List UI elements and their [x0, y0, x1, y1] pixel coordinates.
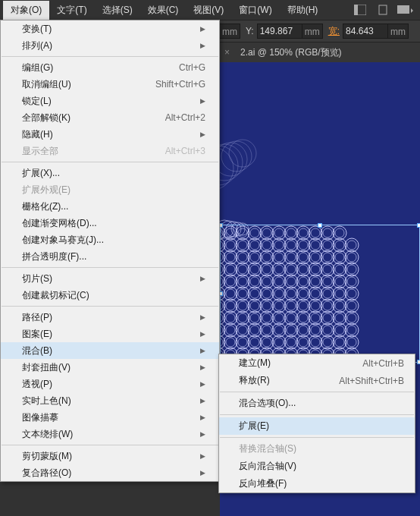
- blend-menu-item-0[interactable]: 建立(M)Alt+Ctrl+B: [219, 354, 415, 372]
- blend-submenu: 建立(M)Alt+Ctrl+B释放(R)Alt+Shift+Ctrl+B混合选项…: [218, 354, 415, 493]
- svg-rect-1: [354, 5, 358, 15]
- object-menu-item-15[interactable]: 拼合透明度(F)...: [1, 248, 219, 265]
- object-menu-item-24[interactable]: 透视(P): [1, 376, 219, 392]
- w-field: 宽: mm: [325, 23, 409, 39]
- layout-icon[interactable]: [351, 2, 369, 17]
- object-menu-item-27[interactable]: 文本绕排(W): [1, 426, 219, 442]
- menu-effect[interactable]: 效果(C): [140, 1, 186, 20]
- object-menu-item-22[interactable]: 混合(B): [1, 342, 219, 359]
- handle-n[interactable]: [318, 223, 322, 228]
- menu-type[interactable]: 文字(T): [49, 1, 94, 20]
- svg-rect-3: [397, 5, 409, 14]
- handle-w[interactable]: [220, 291, 223, 296]
- object-menu-item-26[interactable]: 图像描摹: [1, 409, 219, 426]
- menu-object[interactable]: 对象(O): [3, 1, 49, 20]
- blend-menu-item-7: 替换混合轴(S): [219, 440, 415, 458]
- object-menu-item-5[interactable]: 锁定(L): [1, 93, 219, 109]
- object-menu-item-4[interactable]: 取消编组(U)Shift+Ctrl+G: [1, 76, 219, 93]
- svg-rect-2: [379, 5, 387, 14]
- y-field: Y: mm: [243, 23, 323, 39]
- object-menu-item-30[interactable]: 复合路径(O): [1, 464, 219, 481]
- menu-window[interactable]: 窗口(W): [231, 1, 279, 20]
- object-menu-item-8: 显示全部Alt+Ctrl+3: [1, 143, 219, 159]
- object-menu-item-17[interactable]: 切片(S): [1, 270, 219, 287]
- object-menu-item-10[interactable]: 扩展(X)...: [1, 165, 219, 181]
- w-input[interactable]: [343, 24, 388, 39]
- blend-menu-item-1[interactable]: 释放(R)Alt+Shift+Ctrl+B: [219, 372, 415, 389]
- menu-select[interactable]: 选择(S): [95, 1, 140, 20]
- object-menu-item-12[interactable]: 栅格化(Z)...: [1, 198, 219, 215]
- blend-menu-item-5[interactable]: 扩展(E): [219, 417, 415, 435]
- object-menu: 变换(T)排列(A)编组(G)Ctrl+G取消编组(U)Shift+Ctrl+G…: [0, 20, 220, 482]
- object-menu-item-25[interactable]: 实时上色(N): [1, 392, 219, 409]
- close-icon[interactable]: ×: [224, 47, 230, 58]
- object-menu-item-20[interactable]: 路径(P): [1, 309, 219, 326]
- handle-nw[interactable]: [220, 223, 223, 228]
- object-menu-item-18[interactable]: 创建裁切标记(C): [1, 287, 219, 304]
- doc-icon[interactable]: [374, 2, 392, 17]
- handle-se[interactable]: [417, 360, 420, 364]
- x-field: mm: [220, 23, 240, 39]
- object-menu-item-6[interactable]: 全部解锁(K)Alt+Ctrl+2: [1, 109, 219, 126]
- object-menu-item-29[interactable]: 剪切蒙版(M): [1, 448, 219, 464]
- handle-ne[interactable]: [417, 223, 420, 228]
- object-menu-item-23[interactable]: 封套扭曲(V): [1, 359, 219, 376]
- selection-rect: [220, 225, 420, 363]
- object-menu-item-3[interactable]: 编组(G)Ctrl+G: [1, 59, 219, 76]
- screen-icon[interactable]: [396, 2, 415, 17]
- object-menu-item-0[interactable]: 变换(T): [1, 20, 219, 37]
- object-menu-item-11: 扩展外观(E): [1, 181, 219, 198]
- menubar: 对象(O) 文字(T) 选择(S) 效果(C) 视图(V) 窗口(W) 帮助(H…: [0, 0, 420, 20]
- y-input[interactable]: [257, 24, 302, 39]
- menu-help[interactable]: 帮助(H): [280, 1, 326, 20]
- blend-menu-item-8[interactable]: 反向混合轴(V): [219, 458, 415, 475]
- object-menu-item-21[interactable]: 图案(E): [1, 326, 219, 342]
- menu-view[interactable]: 视图(V): [186, 1, 231, 20]
- object-menu-item-13[interactable]: 创建渐变网格(D)...: [1, 215, 219, 231]
- blend-menu-item-3[interactable]: 混合选项(O)...: [219, 395, 415, 412]
- blend-menu-item-9[interactable]: 反向堆叠(F): [219, 475, 415, 492]
- object-menu-item-14[interactable]: 创建对象马赛克(J)...: [1, 231, 219, 248]
- object-menu-item-7[interactable]: 隐藏(H): [1, 126, 219, 143]
- tab-title[interactable]: 2.ai @ 150% (RGB/预览): [237, 46, 345, 59]
- object-menu-item-1[interactable]: 排列(A): [1, 37, 219, 54]
